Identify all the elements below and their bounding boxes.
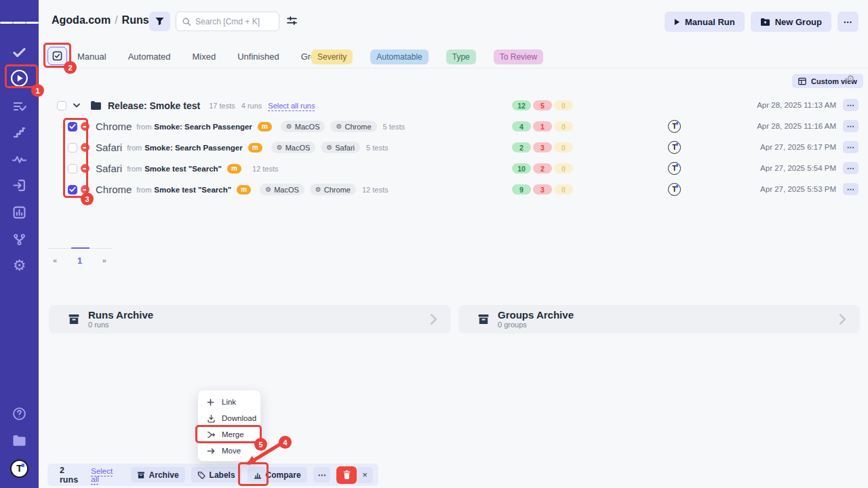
user-avatar[interactable]: T bbox=[0, 457, 39, 480]
group-more-button[interactable]: ⋯ bbox=[843, 99, 859, 111]
run-checkbox[interactable] bbox=[68, 164, 77, 174]
chevron-down-icon[interactable] bbox=[73, 103, 80, 108]
run-title[interactable]: Safari bbox=[96, 163, 122, 174]
group-tests-count: 17 tests bbox=[209, 102, 235, 110]
run-row[interactable]: Safari from Smoke test "Search" m 12 tes… bbox=[39, 158, 868, 179]
merge-icon bbox=[207, 430, 216, 439]
menu-item-move[interactable]: Move bbox=[198, 443, 260, 459]
tab-unfinished[interactable]: Unfinished bbox=[237, 52, 279, 62]
help-icon[interactable] bbox=[0, 402, 39, 425]
archive-button[interactable]: Archive bbox=[131, 467, 185, 483]
select-all-runs-link[interactable]: Select all runs bbox=[268, 102, 315, 110]
chevron-right-icon bbox=[430, 313, 437, 325]
run-more-button[interactable]: ⋯ bbox=[843, 183, 859, 195]
group-date: Apr 28, 2025 11:13 AM bbox=[757, 101, 836, 109]
integrations-branch-icon[interactable] bbox=[0, 228, 39, 251]
menu-icon[interactable] bbox=[0, 11, 39, 34]
projects-folder-icon[interactable] bbox=[0, 429, 39, 452]
requirements-signin-icon[interactable] bbox=[0, 174, 39, 197]
group-stats: 12 5 0 bbox=[512, 100, 573, 110]
search-box bbox=[176, 12, 279, 31]
view-settings-gear-icon[interactable]: ⚙ bbox=[846, 73, 855, 84]
gear-icon: ⚙ bbox=[265, 186, 271, 193]
menu-item-download[interactable]: Download bbox=[198, 410, 260, 426]
new-group-button[interactable]: New Group bbox=[751, 12, 831, 32]
breadcrumb-project[interactable]: Agoda.com bbox=[52, 14, 111, 26]
run-title[interactable]: Chrome bbox=[96, 184, 132, 195]
selection-count: 2 runs bbox=[60, 466, 85, 485]
pagination-page-1[interactable]: 1 bbox=[77, 256, 82, 266]
menu-item-link[interactable]: Link bbox=[198, 394, 260, 410]
from-label: from bbox=[127, 144, 142, 152]
archive-subtitle: 0 runs bbox=[88, 321, 153, 329]
pagination-next[interactable]: » bbox=[97, 255, 112, 266]
chip-type[interactable]: Type bbox=[446, 49, 476, 64]
breadcrumb-page: Runs bbox=[122, 14, 149, 26]
selection-more-button[interactable]: ⋯ bbox=[313, 467, 331, 483]
group-row[interactable]: Release: Smoke test 17 tests 4 runs Sele… bbox=[39, 95, 868, 116]
run-title[interactable]: Chrome bbox=[96, 121, 132, 132]
run-row[interactable]: Chrome from Smoke test "Search" m ⚙MacOS… bbox=[39, 179, 868, 200]
stopped-status-icon bbox=[81, 122, 90, 131]
env-badge: ⚙Chrome bbox=[310, 184, 356, 195]
env-badge: ⚙MacOS bbox=[260, 184, 304, 195]
filter-button[interactable] bbox=[149, 12, 170, 31]
pagination-prev[interactable]: « bbox=[47, 255, 62, 266]
compare-chart-icon bbox=[254, 471, 262, 479]
sliders-icon[interactable] bbox=[285, 15, 298, 28]
selection-bar: 2 runs Select all Archive Labels Compare… bbox=[47, 464, 378, 486]
run-stats: 10 2 0 bbox=[512, 163, 573, 174]
passed-badge: 4 bbox=[512, 121, 531, 131]
group-title[interactable]: Release: Smoke test bbox=[108, 100, 200, 111]
assignee-avatar: T bbox=[668, 120, 681, 133]
labels-button[interactable]: Labels bbox=[191, 467, 241, 483]
run-filter-tabs: Manual Automated Mixed Unfinished Groups bbox=[77, 52, 330, 62]
delete-button[interactable] bbox=[336, 466, 357, 484]
run-title[interactable]: Safari bbox=[96, 142, 122, 153]
chip-automatable[interactable]: Automatable bbox=[370, 49, 428, 64]
runs-play-icon[interactable] bbox=[0, 66, 39, 89]
run-more-button[interactable]: ⋯ bbox=[843, 120, 859, 132]
passed-badge: 10 bbox=[512, 163, 531, 174]
chip-severity[interactable]: Severity bbox=[311, 49, 353, 64]
close-selection-icon[interactable]: × bbox=[357, 467, 373, 483]
annotation-4: 4 bbox=[279, 436, 292, 449]
tab-automated[interactable]: Automated bbox=[128, 52, 171, 62]
manual-run-button[interactable]: Manual Run bbox=[665, 12, 745, 32]
run-checkbox[interactable] bbox=[68, 122, 77, 131]
run-row[interactable]: Chrome from Smoke: Search Passenger m ⚙M… bbox=[39, 116, 868, 137]
header-more-button[interactable]: ⋯ bbox=[837, 12, 859, 32]
activity-pulse-icon[interactable] bbox=[0, 148, 39, 171]
chip-to-review[interactable]: To Review bbox=[494, 49, 543, 64]
menu-item-merge[interactable]: Merge bbox=[198, 426, 260, 443]
stopped-status-icon bbox=[81, 143, 90, 152]
run-checkbox[interactable] bbox=[68, 143, 77, 152]
run-more-button[interactable]: ⋯ bbox=[843, 141, 859, 153]
reports-chart-icon[interactable] bbox=[0, 201, 39, 224]
play-icon bbox=[674, 18, 680, 26]
run-stats: 9 3 0 bbox=[512, 184, 573, 195]
run-tests-count: 5 tests bbox=[383, 123, 405, 131]
runs-archive-card[interactable]: Runs Archive 0 runs bbox=[49, 305, 451, 333]
passed-badge: 9 bbox=[512, 184, 531, 195]
bulk-select-toggle[interactable] bbox=[47, 47, 67, 65]
milestones-steps-icon[interactable] bbox=[0, 121, 39, 144]
settings-gear-icon[interactable]: ⚙ bbox=[0, 254, 39, 277]
test-plans-icon[interactable] bbox=[0, 95, 39, 118]
run-more-button[interactable]: ⋯ bbox=[843, 162, 859, 174]
select-all-link[interactable]: Select all bbox=[91, 467, 122, 483]
run-checkbox[interactable] bbox=[68, 185, 77, 195]
tab-manual[interactable]: Manual bbox=[77, 52, 106, 62]
group-checkbox[interactable] bbox=[57, 101, 66, 110]
failed-badge: 5 bbox=[533, 100, 552, 110]
tests-check-icon[interactable] bbox=[0, 41, 39, 64]
compare-button[interactable]: Compare bbox=[248, 467, 307, 483]
run-tests-count: 12 tests bbox=[362, 186, 389, 194]
run-date: Apr 27, 2025 6:17 PM bbox=[760, 143, 836, 151]
run-date: Apr 27, 2025 5:53 PM bbox=[760, 185, 836, 193]
groups-archive-card[interactable]: Groups Archive 0 groups bbox=[458, 305, 860, 333]
run-date: Apr 28, 2025 11:16 AM bbox=[757, 122, 836, 130]
run-row[interactable]: Safari from Smoke: Search Passenger m ⚙M… bbox=[39, 137, 868, 158]
tab-mixed[interactable]: Mixed bbox=[193, 52, 216, 62]
breadcrumb: Agoda.com/Runs bbox=[52, 14, 149, 26]
